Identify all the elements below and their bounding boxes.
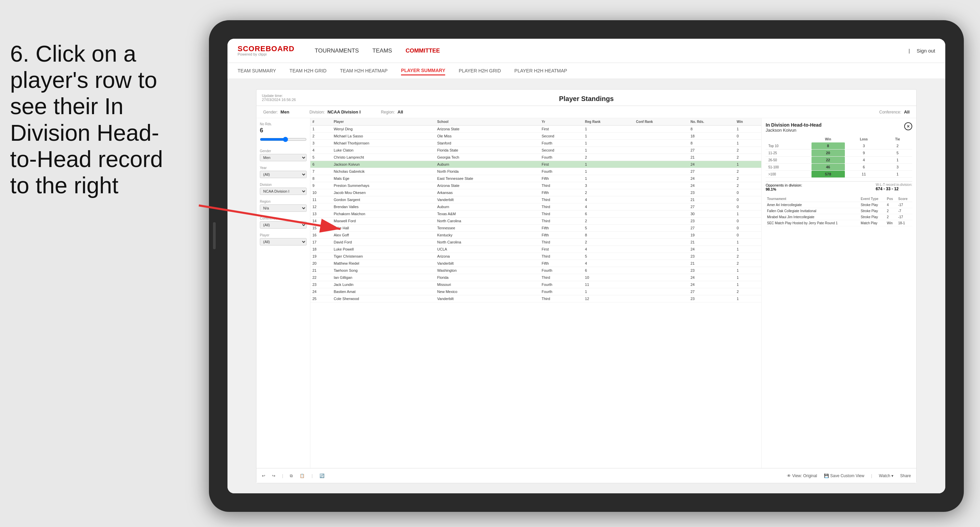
player-label: Player: [260, 233, 307, 237]
table-row[interactable]: 12 Brendan Valles Auburn Third 4 27 0: [310, 203, 761, 211]
nav-item-tournaments[interactable]: TOURNAMENTS: [315, 46, 359, 56]
conference-select[interactable]: (All): [260, 221, 307, 229]
view-original-button[interactable]: 👁 View: Original: [787, 473, 817, 478]
cell-conf-rank: [634, 161, 689, 168]
cell-no-rds: 24: [689, 274, 735, 281]
wlt-record: W-L-T record in-division: 674 - 33 - 12: [875, 183, 912, 191]
player-group: Player (All): [260, 233, 307, 246]
paste-button[interactable]: 📋: [300, 473, 305, 478]
h2h-loss: 9: [845, 149, 883, 157]
sub-nav-player-summary[interactable]: PLAYER SUMMARY: [401, 66, 445, 75]
sub-nav-team-h2h-grid[interactable]: TEAM H2H GRID: [290, 67, 326, 75]
h2h-rank: >100: [766, 171, 811, 178]
undo-button[interactable]: ↩: [262, 473, 265, 478]
table-row[interactable]: 1 Wenyi Ding Arizona State First 1 8 1: [310, 125, 761, 133]
cell-school: Arizona State: [435, 125, 539, 133]
table-row[interactable]: 2 Michael La Sasso Ole Miss Second 1 18 …: [310, 133, 761, 140]
table-row[interactable]: 22 Ian Gilligan Florida Third 10 24 1: [310, 274, 761, 281]
cell-conf-rank: [634, 281, 689, 288]
close-h2h-button[interactable]: ×: [904, 122, 912, 130]
table-row[interactable]: 23 Jack Lundin Missouri Fourth 11 24 1: [310, 281, 761, 288]
cell-num: 20: [310, 260, 332, 267]
cell-player: Brendan Valles: [332, 203, 435, 211]
table-row[interactable]: 4 Luke Claton Florida State Second 1 27 …: [310, 147, 761, 154]
t-col-event-type: Event Type: [859, 196, 885, 202]
table-row[interactable]: 10 Jacob Mou Okesen Arkansas Fifth 2 23 …: [310, 189, 761, 196]
cell-win: 2: [735, 168, 761, 175]
cell-num: 16: [310, 232, 332, 239]
cell-school: Missouri: [435, 281, 539, 288]
copy-button[interactable]: ⧉: [290, 473, 293, 478]
player-select[interactable]: (All): [260, 238, 307, 246]
watch-button[interactable]: Watch ▾: [879, 473, 893, 478]
table-row[interactable]: 18 Luke Powell UCLA First 4 24 1: [310, 246, 761, 253]
cell-yr: Fourth: [539, 288, 583, 295]
division-label: Division: [260, 183, 307, 187]
cell-num: 19: [310, 253, 332, 260]
division-select[interactable]: NCAA Division I: [260, 187, 307, 195]
table-row[interactable]: 7 Nicholas Gabrelcik North Florida Fourt…: [310, 168, 761, 175]
cell-reg-rank: 1: [583, 133, 634, 140]
table-row[interactable]: 13 Pichakorn Maichon Texas A&M Third 6 3…: [310, 211, 761, 217]
table-row[interactable]: 11 Gordon Sargent Vanderbilt Third 4 21 …: [310, 196, 761, 203]
cell-yr: Third: [539, 182, 583, 189]
table-row[interactable]: 21 Taehoon Song Washington Fourth 6 23 1: [310, 267, 761, 274]
tournament-row: SEC Match Play Hosted by Jerry Pate Roun…: [766, 220, 912, 226]
share-button[interactable]: Share: [900, 473, 911, 478]
table-row[interactable]: 15 Jake Hall Tennessee Fifth 5 27 0: [310, 225, 761, 232]
tournament-table: Tournament Event Type Pos Score Amer Ari…: [766, 196, 912, 226]
refresh-button[interactable]: 🔄: [320, 473, 325, 478]
player-table-body: 1 Wenyi Ding Arizona State First 1 8 1 2…: [310, 125, 761, 302]
gender-select[interactable]: Men: [260, 154, 307, 161]
table-row[interactable]: 17 David Ford North Carolina Third 2 21 …: [310, 239, 761, 246]
cell-player: Michael La Sasso: [332, 133, 435, 140]
table-row[interactable]: 24 Bastien Amat New Mexico Fourth 1 27 2: [310, 288, 761, 295]
sign-out-button[interactable]: Sign out: [916, 48, 935, 54]
sub-nav-team-summary[interactable]: TEAM SUMMARY: [238, 67, 276, 75]
cell-yr: Third: [539, 295, 583, 302]
table-row[interactable]: 6 Jackson Koivun Auburn First 1 24 1: [310, 161, 761, 168]
cell-reg-rank: 4: [583, 246, 634, 253]
cell-win: 2: [735, 147, 761, 154]
save-custom-view-button[interactable]: 💾 Save Custom View: [824, 473, 864, 478]
tourn-event-type: Stroke Play: [859, 202, 885, 208]
cell-school: Georgia Tech: [435, 154, 539, 161]
table-row[interactable]: 9 Preston Summerhays Arizona State Third…: [310, 182, 761, 189]
cell-conf-rank: [634, 274, 689, 281]
sub-nav-player-h2h-grid[interactable]: PLAYER H2H GRID: [459, 67, 501, 75]
nav-item-teams[interactable]: TEAMS: [372, 46, 392, 56]
sub-nav-player-h2h-heatmap[interactable]: PLAYER H2H HEATMAP: [514, 67, 567, 75]
cell-player: Jake Hall: [332, 225, 435, 232]
table-row[interactable]: 8 Mats Ege East Tennessee State Fifth 1 …: [310, 175, 761, 182]
cell-no-rds: 23: [689, 295, 735, 302]
cell-reg-rank: 1: [583, 288, 634, 295]
cell-player: Taehoon Song: [332, 267, 435, 274]
table-row[interactable]: 20 Matthew Riedel Vanderbilt Fifth 4 21 …: [310, 260, 761, 267]
cell-reg-rank: 6: [583, 211, 634, 217]
year-select[interactable]: (All): [260, 171, 307, 178]
cell-num: 13: [310, 211, 332, 217]
no-rds-slider[interactable]: [260, 135, 307, 143]
table-row[interactable]: 16 Alex Goff Kentucky Fifth 8 19 0: [310, 232, 761, 239]
cell-reg-rank: 3: [583, 182, 634, 189]
cell-yr: Fourth: [539, 281, 583, 288]
table-row[interactable]: 14 Maxwell Ford North Carolina Third 2 2…: [310, 217, 761, 225]
top-nav: SCOREBOARD Powered by clippi TOURNAMENTS…: [228, 39, 945, 63]
cell-conf-rank: [634, 295, 689, 302]
cell-no-rds: 23: [689, 267, 735, 274]
h2h-rank: 51-100: [766, 163, 811, 171]
cell-num: 18: [310, 246, 332, 253]
redo-button[interactable]: ↪: [272, 473, 275, 478]
region-select[interactable]: N/a: [260, 205, 307, 212]
table-row[interactable]: 19 Tiger Christensen Arizona Third 5 23 …: [310, 253, 761, 260]
cell-reg-rank: 1: [583, 161, 634, 168]
nav-item-committee[interactable]: COMMITTEE: [406, 46, 440, 56]
table-row[interactable]: 5 Christo Lamprecht Georgia Tech Fourth …: [310, 154, 761, 161]
table-row[interactable]: 25 Cole Sherwood Vanderbilt Third 12 23 …: [310, 295, 761, 302]
h2h-loss: 6: [845, 163, 883, 171]
opponents-label: Opponents in division: 98.1%: [766, 183, 802, 191]
sub-nav-team-h2h-heatmap[interactable]: TEAM H2H HEATMAP: [340, 67, 388, 75]
h2h-table: Win Loss Tie Top 10 8 3 2 11-25 20 9 5 2…: [766, 136, 912, 178]
table-row[interactable]: 3 Michael Thorbjornsen Stanford Fourth 1…: [310, 140, 761, 147]
h2h-title-group: In Division Head-to-Head Jackson Koivun: [766, 122, 822, 133]
